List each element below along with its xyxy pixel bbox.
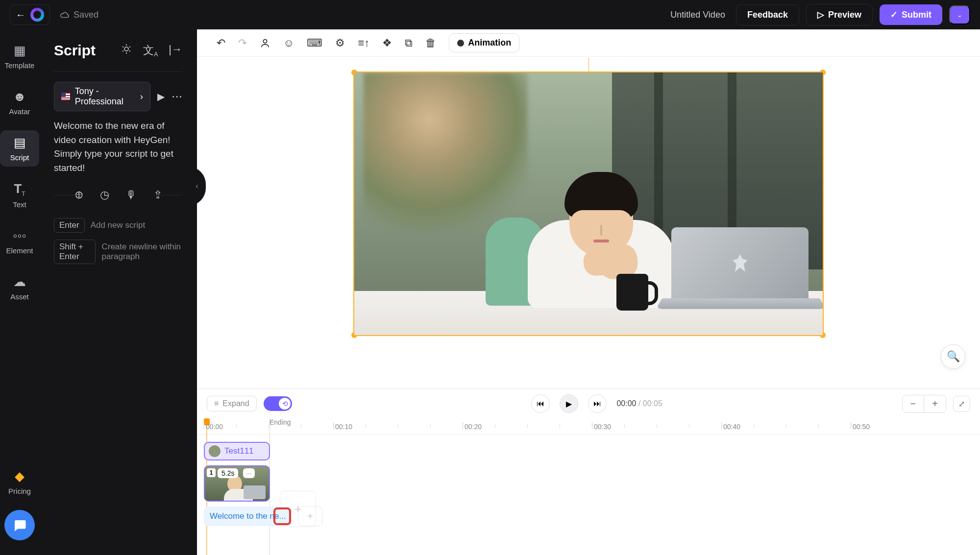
video-title[interactable]: Untitled Video — [670, 10, 725, 20]
translate-icon[interactable]: 文A — [143, 43, 158, 58]
rail-asset[interactable]: ☁ Asset — [0, 269, 39, 306]
chevron-right-icon: › — [140, 92, 143, 102]
caption-clip[interactable]: Welcome to the ne... — [204, 507, 292, 526]
chevron-left-icon: ‹ — [196, 182, 198, 191]
svg-point-0 — [124, 47, 128, 51]
chat-icon — [12, 518, 27, 532]
clip-avatar-icon — [209, 445, 220, 457]
rail-element[interactable]: ◦◦◦ Element — [0, 223, 39, 260]
timeline: ≡ Expand ⟲ ⏮ ▶ ⏭ 00:00 / 00:05 — [197, 388, 980, 555]
voice-more-button[interactable]: ⋯ — [172, 90, 182, 103]
hint-enter-text: Add new script — [91, 220, 146, 230]
play-icon: ▷ — [817, 9, 824, 20]
fullscreen-button[interactable]: ⤢ — [953, 396, 970, 412]
expand-button[interactable]: ≡ Expand — [207, 396, 257, 411]
undo-button[interactable]: ↶ — [217, 37, 225, 49]
animation-button[interactable]: Animation — [449, 33, 519, 52]
app-logo-icon — [30, 8, 44, 22]
submit-dropdown-button[interactable]: ⌄ — [949, 5, 970, 24]
layers-tool-button[interactable]: ❖ — [382, 37, 392, 49]
plus-icon: + — [294, 502, 301, 517]
current-time: 00:00 — [616, 399, 636, 408]
voice-row: Tony - Professional › ▶ ⋯ — [54, 82, 182, 111]
hint-enter: Enter Add new script — [54, 218, 182, 233]
thumb-more-button[interactable]: ··· — [243, 468, 255, 478]
svg-point-1 — [263, 39, 267, 43]
submit-button[interactable]: ✓ Submit — [880, 4, 942, 25]
zoom-in-button[interactable]: + — [924, 395, 946, 412]
script-icon: ▤ — [14, 135, 26, 150]
script-panel: Script 文A |→ Tony - Professional › ▶ ⋯ W… — [39, 29, 197, 555]
script-textarea[interactable]: Welcome to the new era of video creation… — [54, 119, 182, 175]
hint-shift-text: Create newline within paragraph — [101, 242, 182, 262]
keyboard-tool-button[interactable]: ⌨ — [307, 37, 322, 49]
gear-tool-button[interactable]: ⚙ — [335, 37, 345, 49]
hint-shift-enter: Shift + Enter Create newline within para… — [54, 240, 182, 264]
canvas-area: ↶ ↷ ☺ ⌨ ⚙ ≡↑ ❖ ⧉ 🗑 Animation — [197, 29, 980, 555]
canvas-stage[interactable]: 🔍 — [197, 57, 980, 388]
back-arrow-icon[interactable]: ← — [16, 9, 25, 21]
ai-icon[interactable] — [121, 43, 132, 58]
video-frame[interactable] — [353, 72, 824, 336]
avatar-scene — [354, 72, 823, 335]
element-icon: ◦◦◦ — [13, 228, 26, 243]
play-icon: ▶ — [566, 399, 572, 409]
main-layout: ▦ Template ☻ Avatar ▤ Script TT Text ◦◦◦… — [0, 29, 980, 555]
zoom-out-button[interactable]: − — [903, 395, 925, 412]
text-icon: TT — [14, 181, 25, 197]
mic-icon[interactable]: 🎙 — [126, 189, 137, 201]
rail-script[interactable]: ▤ Script — [0, 130, 39, 167]
preview-button[interactable]: ▷ Preview — [806, 4, 873, 25]
upload-icon[interactable]: ⇪ — [153, 189, 162, 201]
next-button[interactable]: ⏭ — [588, 394, 607, 413]
resize-icon[interactable]: |→ — [169, 43, 182, 58]
clip-label: Test111 — [224, 446, 254, 456]
voice-name: Tony - Professional — [75, 86, 135, 107]
chevron-down-icon: ⌄ — [957, 11, 962, 19]
search-icon: 🔍 — [947, 350, 960, 363]
check-icon: ✓ — [890, 9, 898, 20]
snap-toggle[interactable]: ⟲ — [264, 396, 292, 411]
voice-selector[interactable]: Tony - Professional › — [54, 82, 150, 111]
copy-tool-button[interactable]: ⧉ — [405, 37, 413, 49]
zoom-fit-button[interactable]: 🔍 — [941, 344, 965, 369]
zoom-control: − + — [902, 395, 946, 413]
rail-avatar[interactable]: ☻ Avatar — [0, 84, 39, 121]
template-icon: ▦ — [14, 43, 26, 58]
canvas-toolbar: ↶ ↷ ☺ ⌨ ⚙ ≡↑ ❖ ⧉ 🗑 Animation — [197, 29, 980, 57]
timeline-ruler[interactable]: Ending 00:00 00:10 00:20 00:30 00:40 00:… — [197, 418, 980, 435]
kbd-enter: Enter — [54, 218, 85, 233]
pace-icon[interactable]: ◷ — [100, 189, 109, 201]
script-tools: ⊕ ◷ 🎙 ⇪ — [54, 186, 182, 204]
left-rail: ▦ Template ☻ Avatar ▤ Script TT Text ◦◦◦… — [0, 29, 39, 555]
save-status: Saved — [59, 10, 98, 20]
align-tool-button[interactable]: ≡↑ — [358, 37, 369, 49]
skip-back-icon: ⏮ — [537, 399, 544, 408]
link-icon: ⟲ — [282, 400, 288, 408]
cloud-icon — [59, 10, 70, 19]
face-tool-button[interactable]: ☺ — [283, 37, 294, 49]
expand-icon: ≡ — [214, 399, 219, 408]
avatar-tool-button[interactable] — [260, 38, 270, 48]
duration: 00:05 — [643, 399, 662, 408]
skip-forward-icon: ⏭ — [593, 399, 601, 408]
kbd-shift-enter: Shift + Enter — [54, 240, 96, 264]
expand-arrows-icon: ⤢ — [958, 400, 965, 408]
logo-back-box[interactable]: ← — [10, 4, 50, 25]
prev-button[interactable]: ⏮ — [531, 394, 550, 413]
scene-thumb-clip[interactable]: 1 5.2s ··· — [204, 465, 270, 502]
save-label: Saved — [74, 10, 98, 20]
rail-template[interactable]: ▦ Template — [0, 38, 39, 74]
chat-support-button[interactable] — [4, 510, 35, 540]
rail-text[interactable]: TT Text — [0, 176, 39, 214]
delete-tool-button[interactable]: 🗑 — [425, 37, 436, 49]
asset-icon: ☁ — [13, 274, 26, 290]
play-voice-button[interactable]: ▶ — [157, 91, 165, 102]
redo-button[interactable]: ↷ — [238, 37, 247, 49]
feedback-button[interactable]: Feedback — [736, 4, 799, 25]
add-icon[interactable]: ⊕ — [74, 189, 83, 201]
rail-pricing[interactable]: ◆ Pricing — [0, 464, 39, 500]
avatar-track-clip[interactable]: Test111 — [204, 442, 270, 460]
highlight-box — [273, 507, 291, 525]
play-button[interactable]: ▶ — [560, 394, 578, 413]
